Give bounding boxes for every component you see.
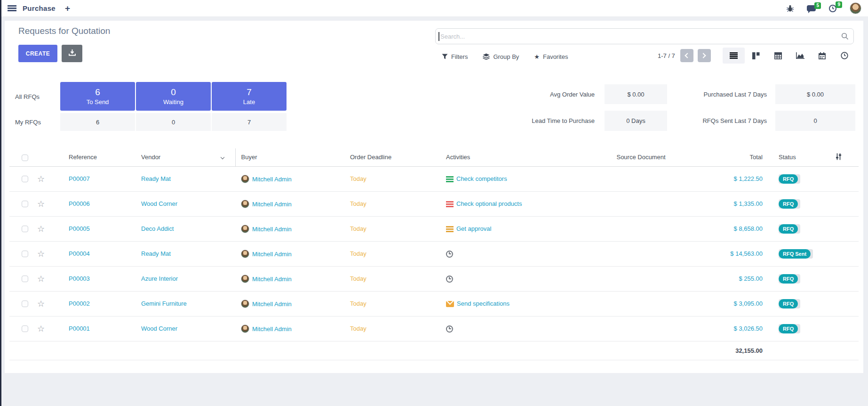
create-button[interactable]: CREATE bbox=[18, 45, 57, 62]
buyer-link[interactable]: Mitchell Admin bbox=[252, 176, 292, 183]
activities-clock-icon[interactable]: 9 bbox=[828, 4, 837, 13]
row-checkbox[interactable] bbox=[22, 325, 28, 332]
activity-label[interactable]: Check optional products bbox=[456, 200, 522, 207]
source-document-cell[interactable] bbox=[576, 316, 706, 341]
all-rfqs-label[interactable]: All RFQs bbox=[15, 93, 40, 100]
table-row[interactable]: P00005 Deco Addict Mitchell Admin Today … bbox=[9, 216, 859, 241]
activity-icon[interactable] bbox=[446, 201, 454, 207]
search-input[interactable] bbox=[436, 33, 841, 40]
my-rfqs-label[interactable]: My RFQs bbox=[15, 119, 41, 126]
search-bar[interactable] bbox=[435, 28, 854, 44]
favorite-star-icon[interactable] bbox=[37, 324, 45, 333]
source-document-cell[interactable] bbox=[576, 291, 706, 316]
kpi-my-late[interactable]: 7 bbox=[212, 113, 287, 131]
group-by-button[interactable]: Group By bbox=[483, 53, 519, 60]
pivot-view-button[interactable] bbox=[767, 48, 789, 64]
activity-label[interactable]: Get approval bbox=[456, 225, 491, 232]
table-row[interactable]: P00003 Azure Interior Mitchell Admin Tod… bbox=[9, 266, 859, 291]
reference-link[interactable]: P00005 bbox=[69, 225, 90, 232]
row-checkbox[interactable] bbox=[22, 300, 28, 307]
kpi-late[interactable]: 7 Late bbox=[212, 82, 287, 111]
header-source-document[interactable]: Source Document bbox=[576, 148, 706, 166]
select-all-checkbox[interactable] bbox=[22, 154, 28, 161]
activity-label[interactable]: Check competitors bbox=[456, 175, 507, 182]
app-title[interactable]: Purchase bbox=[23, 4, 56, 12]
pager-previous-button[interactable] bbox=[680, 49, 693, 62]
reference-link[interactable]: P00006 bbox=[69, 200, 90, 207]
debug-bug-icon[interactable] bbox=[786, 5, 794, 12]
buyer-link[interactable]: Mitchell Admin bbox=[252, 276, 292, 283]
header-buyer[interactable]: Buyer bbox=[235, 148, 344, 166]
header-status[interactable]: Status bbox=[764, 148, 835, 166]
activity-icon[interactable] bbox=[446, 325, 453, 333]
kpi-my-waiting[interactable]: 0 bbox=[136, 113, 211, 131]
table-row[interactable]: P00001 Wood Corner Mitchell Admin Today … bbox=[9, 316, 859, 341]
activity-label[interactable]: Send specifications bbox=[457, 300, 510, 307]
buyer-link[interactable]: Mitchell Admin bbox=[252, 300, 292, 308]
graph-view-button[interactable] bbox=[789, 48, 811, 64]
vendor-link[interactable]: Azure Interior bbox=[141, 275, 178, 282]
header-activities[interactable]: Activities bbox=[440, 148, 576, 166]
source-document-cell[interactable] bbox=[576, 216, 706, 241]
header-vendor[interactable]: Vendor bbox=[135, 148, 235, 166]
apps-menu-icon[interactable] bbox=[8, 5, 16, 11]
activity-icon[interactable] bbox=[446, 251, 453, 258]
source-document-cell[interactable] bbox=[576, 241, 706, 266]
row-checkbox[interactable] bbox=[22, 251, 28, 257]
favorite-star-icon[interactable] bbox=[37, 224, 45, 234]
table-row[interactable]: P00007 Ready Mat Mitchell Admin Today Ch… bbox=[9, 166, 859, 191]
kpi-my-to-send[interactable]: 6 bbox=[60, 113, 135, 131]
row-checkbox[interactable] bbox=[22, 226, 28, 232]
favorite-star-icon[interactable] bbox=[37, 299, 45, 309]
favorite-star-icon[interactable] bbox=[37, 199, 45, 209]
activity-icon[interactable] bbox=[446, 176, 454, 182]
dashboard-view-button[interactable] bbox=[833, 48, 855, 64]
row-checkbox[interactable] bbox=[22, 201, 28, 207]
table-row[interactable]: P00002 Gemini Furniture Mitchell Admin T… bbox=[9, 291, 859, 316]
search-icon[interactable] bbox=[841, 32, 849, 40]
buyer-link[interactable]: Mitchell Admin bbox=[252, 251, 292, 258]
export-button[interactable] bbox=[62, 45, 82, 62]
kanban-view-button[interactable] bbox=[745, 48, 767, 64]
table-row[interactable]: P00006 Wood Corner Mitchell Admin Today … bbox=[9, 191, 859, 216]
reference-link[interactable]: P00007 bbox=[69, 175, 90, 182]
messages-icon[interactable]: 5 bbox=[807, 5, 816, 11]
vendor-link[interactable]: Wood Corner bbox=[141, 200, 177, 207]
header-order-deadline[interactable]: Order Deadline bbox=[344, 148, 440, 166]
vendor-link[interactable]: Wood Corner bbox=[141, 325, 177, 332]
activity-icon[interactable] bbox=[446, 276, 453, 283]
row-checkbox[interactable] bbox=[22, 176, 28, 182]
vendor-link[interactable]: Ready Mat bbox=[141, 175, 171, 182]
list-view-button[interactable] bbox=[723, 48, 745, 64]
activity-icon[interactable] bbox=[446, 226, 454, 232]
reference-link[interactable]: P00004 bbox=[69, 250, 90, 257]
filters-button[interactable]: Filters bbox=[442, 53, 468, 60]
reference-link[interactable]: P00003 bbox=[69, 275, 90, 282]
calendar-view-button[interactable] bbox=[811, 48, 833, 64]
activity-icon[interactable] bbox=[446, 301, 454, 307]
source-document-cell[interactable] bbox=[576, 266, 706, 291]
favorites-button[interactable]: Favorites bbox=[534, 53, 568, 60]
favorite-star-icon[interactable] bbox=[37, 174, 45, 184]
reference-link[interactable]: P00001 bbox=[69, 325, 90, 332]
buyer-link[interactable]: Mitchell Admin bbox=[252, 201, 292, 208]
table-row[interactable]: P00004 Ready Mat Mitchell Admin Today $ … bbox=[9, 241, 859, 266]
source-document-cell[interactable] bbox=[576, 166, 706, 191]
vendor-link[interactable]: Gemini Furniture bbox=[141, 300, 187, 307]
header-reference[interactable]: Reference bbox=[53, 148, 135, 166]
pager-next-button[interactable] bbox=[698, 49, 711, 62]
row-checkbox[interactable] bbox=[22, 276, 28, 282]
reference-link[interactable]: P00002 bbox=[69, 300, 90, 307]
favorite-star-icon[interactable] bbox=[37, 249, 45, 259]
vendor-link[interactable]: Ready Mat bbox=[141, 250, 171, 257]
kpi-waiting[interactable]: 0 Waiting bbox=[136, 82, 211, 111]
buyer-link[interactable]: Mitchell Admin bbox=[252, 325, 292, 333]
header-column-options[interactable] bbox=[835, 148, 859, 166]
buyer-link[interactable]: Mitchell Admin bbox=[252, 226, 292, 233]
user-avatar[interactable] bbox=[850, 2, 861, 14]
kpi-to-send[interactable]: 6 To Send bbox=[60, 82, 135, 111]
vendor-link[interactable]: Deco Addict bbox=[141, 225, 174, 232]
header-total[interactable]: Total bbox=[706, 148, 764, 166]
new-tab-button[interactable]: + bbox=[65, 4, 70, 13]
favorite-star-icon[interactable] bbox=[37, 274, 45, 284]
